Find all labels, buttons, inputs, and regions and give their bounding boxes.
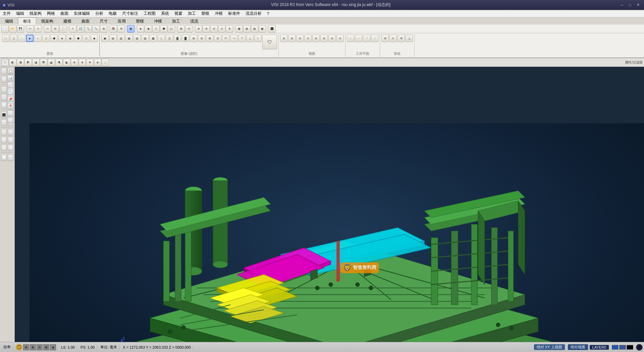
tb2-icon11[interactable]: ⬗ — [78, 59, 86, 66]
rb-view7[interactable]: ⊜ — [328, 35, 336, 42]
tb-i10[interactable]: ⊘ — [210, 25, 218, 33]
tb-i4[interactable]: ⬢ — [160, 25, 167, 33]
tab-flow[interactable]: 流流 — [185, 17, 203, 25]
tb-zoom-out[interactable]: 🔍 — [92, 25, 100, 33]
tb-i6[interactable]: ⊠ — [177, 25, 185, 33]
tb2-icon13[interactable]: ⬙ — [94, 59, 101, 66]
sidebar-prop4[interactable]: 📉 — [7, 89, 13, 95]
tab-apply[interactable]: 应用 — [113, 17, 131, 25]
tb-cut[interactable]: ✂ — [44, 25, 51, 33]
tab-surface[interactable]: 曲面 — [76, 17, 95, 25]
rb-img8[interactable]: ░ — [158, 35, 165, 42]
tb-i8[interactable]: ⊕ — [195, 25, 202, 33]
rb-view1[interactable]: ⊕ — [280, 35, 287, 42]
rb-shape3[interactable]: ⬜ — [18, 35, 25, 42]
rb-img13[interactable]: ⊟ — [198, 35, 205, 42]
rb-img2[interactable]: ▤ — [109, 35, 117, 42]
rb-shape4-active[interactable]: ■ — [26, 35, 34, 42]
minimize-button[interactable]: ─ — [619, 2, 625, 8]
status-icon-ortho[interactable]: ◈ — [50, 344, 56, 350]
status-icon-lion[interactable]: 🦁 — [16, 344, 22, 351]
rb-shape5[interactable]: ▪ — [34, 35, 42, 42]
rb-img1[interactable]: ▣ — [101, 35, 109, 42]
tb-i14[interactable]: ▧ — [243, 25, 251, 33]
tb2-icon8[interactable]: ⬔ — [55, 59, 63, 66]
status-view2[interactable]: 绝对视图 — [568, 344, 588, 350]
menu-drawing[interactable]: 工程图 — [141, 10, 158, 17]
tb-i2[interactable]: ◉ — [145, 25, 152, 33]
vt-icon-13[interactable]: ⊕ — [1, 137, 7, 143]
rb-img14[interactable]: ⊠ — [206, 35, 213, 42]
tab-mold[interactable]: 塑模 — [131, 17, 149, 25]
vt-icon-15[interactable]: ◈ — [1, 144, 7, 151]
tb-properties[interactable]: ⚙ — [117, 25, 125, 33]
rb-img18[interactable]: ⊤ — [238, 35, 246, 42]
rb-img15[interactable]: ⊡ — [214, 35, 221, 42]
menu-mold[interactable]: 塑模 — [199, 10, 212, 17]
rb-shape2[interactable]: ◻ — [10, 35, 17, 42]
rb-wp2[interactable]: ⋯ — [355, 35, 362, 42]
rb-cube3[interactable]: ◈ — [58, 35, 66, 42]
vt-icon-12[interactable]: ✒ — [8, 129, 13, 136]
rb-wp1[interactable]: ⋮ — [347, 35, 354, 42]
tab-dimension[interactable]: 尺寸 — [95, 17, 113, 25]
tb2-icon2[interactable]: ◧ — [9, 59, 16, 66]
menu-dimension[interactable]: 尺寸标注 — [119, 10, 141, 17]
rb-wp3[interactable]: ∵ — [363, 35, 370, 42]
rb-view8[interactable]: ⊝ — [336, 35, 344, 42]
tb2-icon12[interactable]: ⬘ — [86, 59, 94, 66]
rb-img11[interactable]: █ — [182, 35, 189, 42]
tb-i5[interactable]: ◫ — [168, 25, 175, 33]
rb-sys1[interactable]: ⚙ — [381, 35, 389, 42]
status-icon-settings[interactable]: ⚙ — [636, 344, 643, 351]
menu-electrode[interactable]: 电极 — [106, 10, 119, 17]
status-icon-snap1[interactable]: ⊕ — [23, 344, 29, 350]
rb-img7[interactable]: ▩ — [150, 35, 157, 42]
rb-img4[interactable]: ▦ — [125, 35, 133, 42]
rb-sys3[interactable]: ⚒ — [397, 35, 405, 42]
status-icon-snap3[interactable]: ⊙ — [37, 344, 43, 350]
rb-img16[interactable]: ⊢ — [222, 35, 229, 42]
vt-icon-17[interactable]: ⬟ — [1, 154, 7, 161]
tab-stamping[interactable]: 冲模 — [149, 17, 167, 25]
menu-flow[interactable]: 流流分析 — [243, 10, 264, 17]
tb-copy[interactable]: ⧉ — [52, 25, 59, 33]
status-color2[interactable] — [619, 345, 626, 350]
rb-sys2[interactable]: ⛭ — [389, 35, 397, 42]
status-icon-grid[interactable]: ⊞ — [43, 344, 49, 350]
rb-img5[interactable]: ▧ — [133, 35, 141, 42]
tb-active-btn[interactable]: ▣ — [127, 25, 135, 33]
tab-modeling[interactable]: 建模 — [58, 17, 76, 25]
tb2-icon1[interactable]: □ — [1, 59, 9, 66]
tb-open[interactable]: 📂 — [9, 25, 16, 33]
tb-new[interactable]: 📄 — [1, 25, 9, 33]
close-button[interactable]: ✕ — [635, 2, 641, 8]
tb2-icon3[interactable]: ◨ — [17, 59, 24, 66]
tb-zoom-fit[interactable]: ⊞ — [100, 25, 107, 33]
tb-i11[interactable]: ⊙ — [218, 25, 225, 33]
vt-icon-3[interactable]: ◁ — [1, 94, 7, 101]
rb-cube7[interactable]: ◆ — [91, 35, 98, 42]
tb-i1[interactable]: ◈ — [137, 25, 144, 33]
tb2-icon5[interactable]: ◪ — [32, 59, 40, 66]
rb-img17[interactable]: ⊣ — [230, 35, 237, 42]
rb-sys4[interactable]: ⚓ — [406, 35, 413, 42]
tb-i13[interactable]: ▦ — [235, 25, 243, 33]
vt-icon-1[interactable]: △ — [1, 86, 7, 93]
status-color3[interactable] — [627, 345, 633, 350]
tb-select[interactable]: ↖ — [69, 25, 76, 33]
rb-view3[interactable]: ⊘ — [296, 35, 304, 42]
tb-i7[interactable]: ⊡ — [185, 25, 193, 33]
tab-annotation[interactable]: 标注 — [18, 17, 36, 25]
vt-icon-18[interactable]: ⬠ — [8, 154, 13, 161]
rb-view4[interactable]: ⊙ — [304, 35, 312, 42]
tb-redo[interactable]: ↪ — [34, 25, 42, 33]
vt-icon-16[interactable]: ◉ — [8, 144, 13, 151]
menu-view[interactable]: 视窗 — [172, 10, 185, 17]
tb-i16[interactable]: ▩ — [259, 25, 266, 33]
rb-img20[interactable]: ⊦ — [254, 35, 262, 42]
rb-img6[interactable]: ▨ — [142, 35, 149, 42]
tb-zoom-in[interactable]: 🔍 — [85, 25, 92, 33]
menu-surface[interactable]: 曲面 — [58, 10, 71, 17]
vt-icon-7[interactable]: ⬛ — [1, 112, 7, 118]
